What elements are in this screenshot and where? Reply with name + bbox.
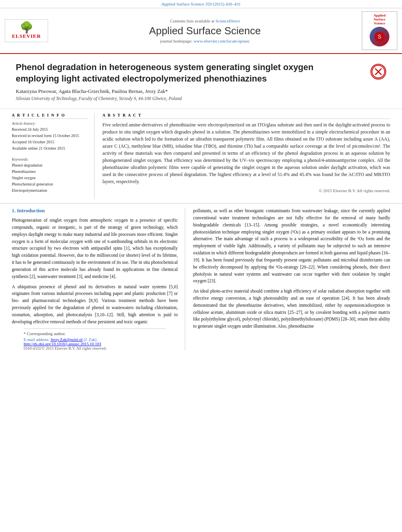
article-header: Phenol degradation in heterogeneous syst… <box>0 54 402 109</box>
doi-anchor[interactable]: http://dx.doi.org/10.1016/j.apsusc.2015.… <box>24 342 101 346</box>
svg-text:S: S <box>378 33 381 40</box>
keyword-1: Phenol degradation <box>12 162 88 169</box>
body-right-column: pollutants, as well as other bioorganic … <box>193 208 390 350</box>
journal-top-bar: Applied Surface Science 359 (2015) 426–4… <box>0 0 402 8</box>
footer-email: E-mail address: Jerzy.Zak@polsl.pl (J. Z… <box>24 337 166 342</box>
journal-homepage: journal homepage: www.elsevier.com/locat… <box>52 39 358 43</box>
journal-logo-box: AppliedSurfaceScience S <box>362 11 397 50</box>
sciencedirect-label: Contents lists available at ScienceDirec… <box>52 19 358 23</box>
homepage-link[interactable]: www.elsevier.com/locate/apsusc <box>194 39 250 43</box>
abstract-heading: A B S T R A C T <box>102 113 390 119</box>
keyword-5: Electropolymerization <box>12 187 88 194</box>
email-label: E-mail address: <box>24 337 50 342</box>
sciencedirect-link[interactable]: ScienceDirect <box>216 19 240 23</box>
copyright: © 2015 Elsevier B.V. All rights reserved… <box>102 188 390 193</box>
journal-header: 🌳 ELSEVIER Contents lists available at S… <box>0 8 402 54</box>
crossmark-badge <box>370 64 386 80</box>
footnote-corresponding: * Corresponding author. <box>24 331 166 336</box>
article-info-heading: A R T I C L E I N F O <box>12 113 88 119</box>
journal-logo-icon: S <box>370 27 389 46</box>
article-info-section: A R T I C L E I N F O Article history: R… <box>0 109 402 203</box>
journal-citation: Applied Surface Science 359 (2015) 426–4… <box>161 2 240 6</box>
keywords-label: Keywords: <box>12 157 88 161</box>
keyword-4: Photochemical generation <box>12 181 88 187</box>
email-note: (J. Zak). <box>84 337 97 342</box>
keyword-3: Singlet oxygen <box>12 175 88 181</box>
right-paragraph-1: pollutants, as well as other bioorganic … <box>193 208 390 285</box>
keyword-2: Phenothiazines <box>12 169 88 175</box>
elsevier-tree-icon: 🌳 <box>20 22 34 33</box>
article-info-column: A R T I C L E I N F O Article history: R… <box>12 113 95 199</box>
received-date: Received 24 July 2015 Received in revise… <box>12 126 88 152</box>
footer-section: * Corresponding author. E-mail address: … <box>24 328 166 350</box>
journal-title: Applied Surface Science <box>52 25 358 37</box>
journal-logo-right: AppliedSurfaceScience S <box>362 11 397 50</box>
abstract-column: A B S T R A C T Five selected amine-deri… <box>102 113 390 199</box>
intro-paragraph-2: A ubiquitous presence of phenol and its … <box>12 284 178 326</box>
history-label: Article history: <box>12 121 88 126</box>
abstract-text: Five selected amine-derivatives of pheno… <box>102 121 390 185</box>
intro-heading: 1. Introduction <box>12 208 178 214</box>
journal-header-center: Contents lists available at ScienceDirec… <box>52 19 358 43</box>
intro-paragraph-1: Photogeneration of singlet oxygen from a… <box>12 217 178 280</box>
body-content: 1. Introduction Photogeneration of singl… <box>0 203 402 354</box>
elsevier-brand: ELSEVIER <box>12 33 41 39</box>
article-history: Article history: Received 24 July 2015 R… <box>12 121 88 152</box>
elsevier-logo-container: 🌳 ELSEVIER <box>5 19 48 42</box>
logo-title: AppliedSurfaceScience <box>364 13 395 25</box>
doi-link: http://dx.doi.org/10.1016/j.apsusc.2015.… <box>24 342 166 346</box>
right-paragraph-2: An ideal photo-active material should co… <box>193 288 390 330</box>
elsevier-logo: 🌳 ELSEVIER <box>5 19 48 42</box>
article-title: Phenol degradation in heterogeneous syst… <box>16 62 339 84</box>
affiliation: Silesian University of Technology, Facul… <box>16 96 386 101</box>
body-left-column: 1. Introduction Photogeneration of singl… <box>12 208 185 350</box>
issn-copyright: 0169-4332/© 2015 Elsevier B.V. All right… <box>24 346 166 350</box>
email-link[interactable]: Jerzy.Zak@polsl.pl <box>50 337 82 342</box>
keywords-block: Keywords: Phenol degradation Phenothiazi… <box>12 157 88 194</box>
authors: Katarzyna Piwowar, Agata Blacha-Grzechni… <box>16 88 386 95</box>
